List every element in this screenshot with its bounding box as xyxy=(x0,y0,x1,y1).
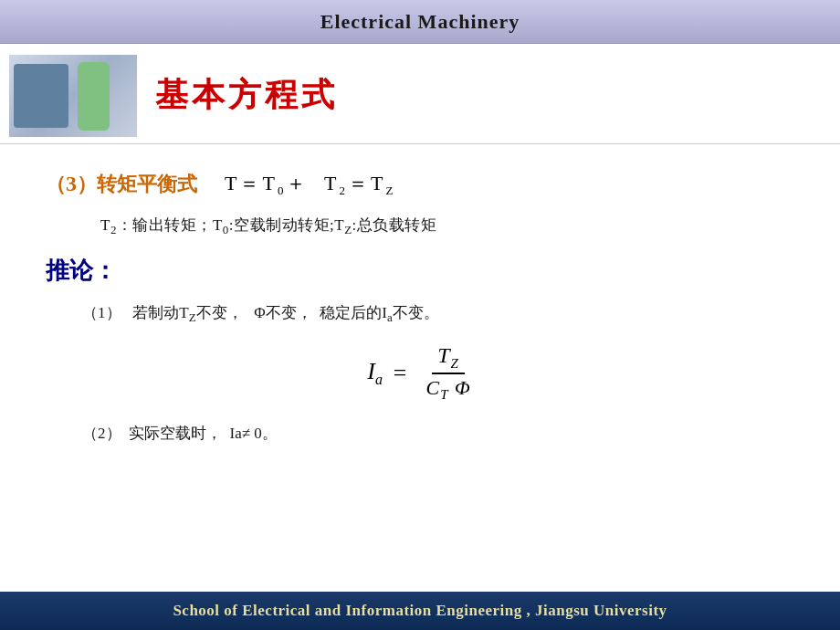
ia-formula-block: Ia = TZ CT Φ xyxy=(46,343,803,404)
page-footer: School of Electrical and Information Eng… xyxy=(0,592,840,630)
content-body: （3）转矩平衡式 T＝T0＋ T2＝TZ T2：输出转矩；T0:空载制动转矩;T… xyxy=(0,144,840,592)
deduction-item-1: （1） 若制动TZ不变， Φ不变， 稳定后的Ia不变。 xyxy=(82,299,803,329)
page-header: Electrical Machinery xyxy=(0,0,840,44)
footer-text: School of Electrical and Information Eng… xyxy=(173,602,667,620)
machinery-image xyxy=(9,55,137,137)
top-section: 基本方程式 xyxy=(0,44,840,144)
main-content: 基本方程式 （3）转矩平衡式 T＝T0＋ T2＝TZ T2：输出转矩；T0:空载… xyxy=(0,44,840,592)
numerator: TZ xyxy=(432,343,465,375)
torque-description: T2：输出转矩；T0:空载制动转矩;TZ:总负载转矩 xyxy=(100,215,803,237)
section-title: 基本方程式 xyxy=(155,73,338,118)
torque-label: （3）转矩平衡式 xyxy=(46,171,197,198)
denominator: CT Φ xyxy=(420,374,476,403)
deduction-item-2: （2） 实际空载时， Ia≠ 0。 xyxy=(82,420,803,448)
deduction-title: 推论： xyxy=(46,255,803,287)
fraction: TZ CT Φ xyxy=(420,343,476,404)
torque-section: （3）转矩平衡式 T＝T0＋ T2＝TZ xyxy=(46,170,803,198)
ia-formula: Ia = TZ CT Φ xyxy=(367,343,482,404)
torque-formula: T＝T0＋ T2＝TZ xyxy=(225,170,395,198)
page-title: Electrical Machinery xyxy=(320,10,520,34)
